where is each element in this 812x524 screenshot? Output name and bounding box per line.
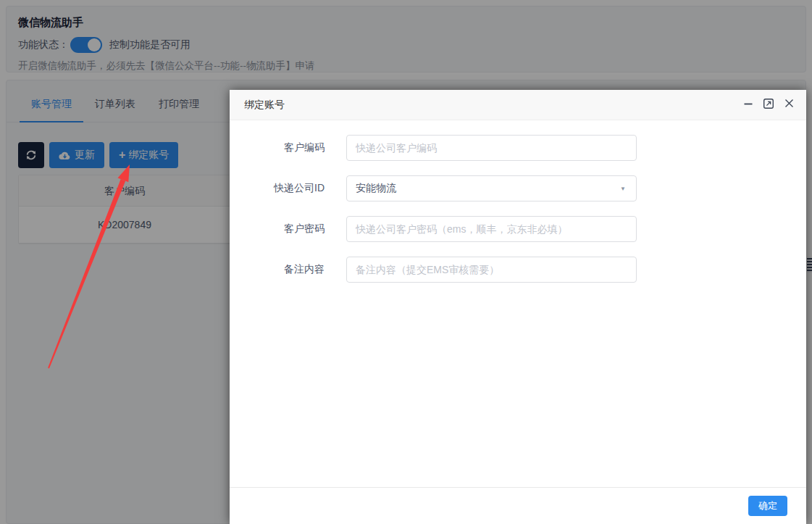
field-label-customer-code: 客户编码: [230, 141, 325, 154]
maximize-icon: [763, 98, 774, 112]
bind-account-modal: 绑定账号 客户编码 快递公司ID: [230, 90, 806, 524]
field-label-customer-password: 客户密码: [230, 223, 325, 236]
minimize-button[interactable]: [743, 99, 753, 112]
chevron-down-icon: ▼: [620, 186, 626, 192]
remark-input[interactable]: [346, 257, 637, 283]
modal-header[interactable]: 绑定账号: [230, 90, 806, 120]
close-icon: [784, 98, 795, 112]
modal-title: 绑定账号: [244, 99, 734, 112]
express-company-selected-value: 安能物流: [356, 182, 396, 195]
customer-password-input[interactable]: [346, 216, 637, 242]
customer-code-input[interactable]: [346, 135, 637, 161]
close-button[interactable]: [784, 98, 795, 112]
express-company-select[interactable]: 安能物流 ▼: [346, 175, 637, 201]
confirm-button[interactable]: 确定: [748, 496, 787, 516]
field-label-express-company-id: 快递公司ID: [230, 182, 325, 195]
modal-body: 客户编码 快递公司ID 安能物流 ▼ 客户密码 备注内容: [230, 120, 806, 283]
modal-footer: 确定: [230, 487, 806, 524]
field-label-remark: 备注内容: [230, 263, 325, 276]
minimize-icon: [743, 99, 753, 112]
maximize-button[interactable]: [763, 98, 774, 112]
